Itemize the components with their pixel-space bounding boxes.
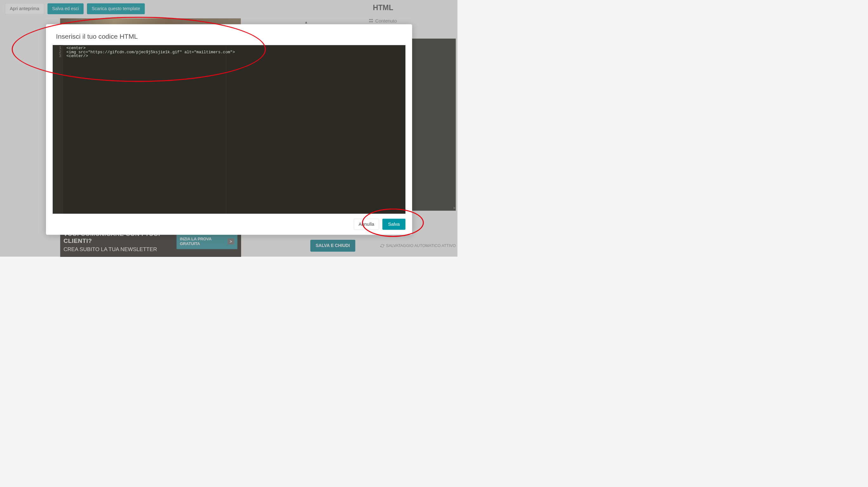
line-number: 3 xyxy=(53,54,61,58)
code-line: <img src="https://gifcdn.com/pjec9j5ksji… xyxy=(66,50,402,54)
modal-title: Inserisci il tuo codice HTML xyxy=(46,24,412,45)
cancel-button[interactable]: Annulla xyxy=(354,219,379,230)
code-line: <center/> xyxy=(66,54,402,58)
html-code-modal: Inserisci il tuo codice HTML 1 2 3 <cent… xyxy=(46,24,412,235)
code-gutter: 1 2 3 xyxy=(53,45,63,214)
save-button[interactable]: Salva xyxy=(382,219,405,230)
code-editor[interactable]: 1 2 3 <center><img src="https://gifcdn.c… xyxy=(53,45,405,214)
code-margin-line xyxy=(226,45,226,214)
code-content[interactable]: <center><img src="https://gifcdn.com/pje… xyxy=(63,45,405,58)
modal-footer: Annulla Salva xyxy=(46,214,412,235)
